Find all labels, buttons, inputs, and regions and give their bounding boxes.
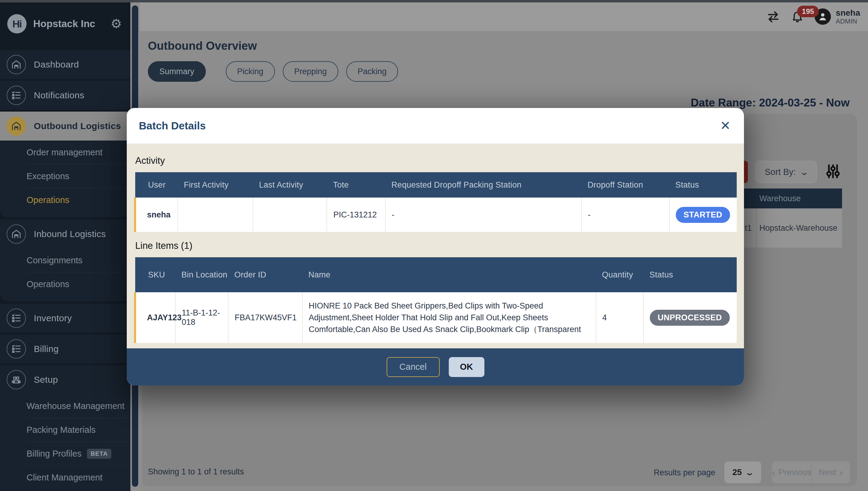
requested-dropoff-cell: - [385, 198, 582, 232]
user-role: ADMIN [836, 18, 860, 25]
sidebar-subitem-inbound-operations[interactable]: Operations [0, 272, 130, 296]
warehouse-cell: Hopstack-Warehouse [759, 224, 842, 233]
status-badge: UNPROCESSED [650, 310, 730, 326]
sidebar-group-inbound: Inbound Logistics Consignments Operation… [0, 220, 130, 301]
quantity-cell: 4 [596, 292, 643, 343]
tab-prepping[interactable]: Prepping [283, 61, 338, 82]
first-activity-cell [178, 198, 253, 232]
item-name-cell: HIONRE 10 Pack Bed Sheet Grippers,Bed Cl… [302, 292, 596, 343]
date-range-label: Date Range: 2024-03-25 - Now [691, 96, 849, 109]
view-tabs: Summary Picking Prepping Packing [148, 61, 398, 82]
sidebar-subitem-consignments[interactable]: Consignments [0, 249, 130, 272]
chevron-down-icon: ⌄ [799, 167, 809, 177]
user-meta: sneha ADMIN [836, 8, 860, 25]
bin-location-cell: 11-B-1-12-018 [175, 292, 228, 343]
sidebar-item-label: Outbound Logistics [34, 121, 121, 131]
column-header: SKU [135, 257, 176, 292]
sidebar-item-outbound-logistics[interactable]: Outbound Logistics [0, 112, 130, 141]
filter-sliders-icon[interactable] [825, 163, 841, 181]
modal-header: Batch Details ✕ [127, 108, 744, 144]
sort-by-label: Sort By: [765, 167, 796, 177]
previous-label: Previous [778, 467, 811, 477]
checklist-icon [7, 339, 26, 358]
notifications-bell[interactable]: 195 [790, 10, 804, 24]
next-page-button[interactable]: Next › [811, 461, 850, 483]
tab-summary[interactable]: Summary [148, 61, 206, 82]
sidebar-item-label: Dashboard [34, 59, 79, 70]
sidebar-group-outbound: Outbound Logistics Order management Exce… [0, 112, 130, 217]
dropoff-station-cell: - [582, 198, 669, 232]
tab-picking[interactable]: Picking [226, 61, 275, 82]
app-root: Hi Hopstack Inc ⚙ Dashboard [0, 0, 868, 491]
results-summary: Showing 1 to 1 of 1 results [148, 467, 244, 476]
sidebar: Hi Hopstack Inc ⚙ Dashboard [0, 2, 130, 491]
status-badge: STARTED [676, 207, 730, 223]
user-menu[interactable]: sneha ADMIN [815, 8, 860, 25]
activity-table: User First Activity Last Activity Tote R… [134, 172, 737, 232]
column-header: Name [302, 257, 596, 292]
sidebar-subitem-exceptions[interactable]: Exceptions [0, 164, 130, 188]
sidebar-subitem-packing-materials[interactable]: Packing Materials [0, 418, 130, 441]
brand-row: Hi Hopstack Inc ⚙ [0, 2, 130, 45]
results-per-page-label: Results per page [654, 468, 715, 478]
sidebar-item-setup[interactable]: Setup [0, 365, 130, 394]
modal-body: Activity User First Activity Last Activi… [127, 144, 744, 348]
swap-arrows-icon[interactable] [766, 10, 780, 24]
checklist-icon [7, 309, 26, 328]
sidebar-item-label: Billing Profiles [27, 449, 82, 459]
hopstack-logo: Hi [7, 14, 27, 33]
sidebar-subitem-client-management[interactable]: Client Management [0, 466, 130, 489]
column-header: Quantity [596, 257, 643, 292]
sidebar-item-label: Inventory [34, 313, 72, 323]
modal-footer: Cancel OK [127, 348, 744, 385]
cancel-button[interactable]: Cancel [387, 357, 440, 377]
sku-cell: AJAY123 [135, 292, 176, 343]
sidebar-item-inventory[interactable]: Inventory [0, 304, 130, 333]
sort-by-button[interactable]: Sort By: ⌄ [755, 161, 817, 183]
sidebar-subitem-order-management[interactable]: Order management [0, 141, 130, 164]
previous-page-button[interactable]: ‹ Previous [772, 461, 811, 483]
column-header: User [135, 172, 178, 198]
tote-cell: PIC-131212 [327, 198, 385, 232]
close-icon[interactable]: ✕ [720, 119, 731, 132]
column-header: Requested Dropoff Packing Station [385, 172, 582, 198]
next-label: Next [819, 467, 836, 477]
chevron-down-icon: ⌄ [745, 467, 755, 478]
sidebar-item-billing[interactable]: Billing [0, 335, 130, 364]
notification-count-badge: 195 [797, 6, 819, 17]
warehouse-icon [7, 116, 26, 136]
batch-id-fragment: t1 [745, 224, 752, 233]
conveyor-icon [7, 370, 26, 389]
sidebar-item-label: Setup [34, 375, 58, 385]
user-cell: sneha [135, 198, 178, 232]
line-items-section-title: Line Items (1) [135, 240, 737, 251]
divider [756, 208, 757, 248]
gear-icon[interactable]: ⚙ [110, 18, 122, 30]
column-header: First Activity [178, 172, 253, 198]
pager: ‹ Previous Next › [772, 461, 850, 483]
sidebar-item-dashboard[interactable]: Dashboard [0, 50, 130, 79]
chevron-left-icon: ‹ [772, 467, 775, 478]
sidebar-item-label: Inbound Logistics [34, 229, 106, 239]
line-item-row: AJAY123 11-B-1-12-018 FBA17KW45VF1 HIONR… [135, 292, 737, 343]
topbar-actions: 195 sneha ADMIN [766, 2, 860, 31]
sidebar-group-setup: Setup Warehouse Management Packing Mater… [0, 365, 130, 491]
column-header: Bin Location [175, 257, 228, 292]
ok-button[interactable]: OK [449, 357, 484, 377]
sidebar-nav: Dashboard Notifications [0, 50, 130, 491]
column-header: Status [669, 172, 737, 198]
page-title: Outbound Overview [148, 39, 257, 53]
tab-packing[interactable]: Packing [346, 61, 398, 82]
sidebar-item-label: Billing [34, 344, 59, 354]
modal-title: Batch Details [139, 120, 720, 132]
column-header: Tote [327, 172, 385, 198]
order-id-cell: FBA17KW45VF1 [228, 292, 302, 343]
page-size-select[interactable]: 25 ⌄ [724, 461, 761, 483]
sidebar-item-inbound-logistics[interactable]: Inbound Logistics [0, 220, 130, 249]
sidebar-item-label: Notifications [34, 90, 84, 100]
sidebar-subitem-warehouse-management[interactable]: Warehouse Management [0, 394, 130, 418]
sidebar-item-notifications[interactable]: Notifications [0, 81, 130, 110]
batch-details-modal: Batch Details ✕ Activity User First Acti… [127, 108, 744, 385]
sidebar-subitem-operations[interactable]: Operations [0, 188, 130, 212]
sidebar-subitem-billing-profiles[interactable]: Billing Profiles BETA [0, 442, 130, 465]
